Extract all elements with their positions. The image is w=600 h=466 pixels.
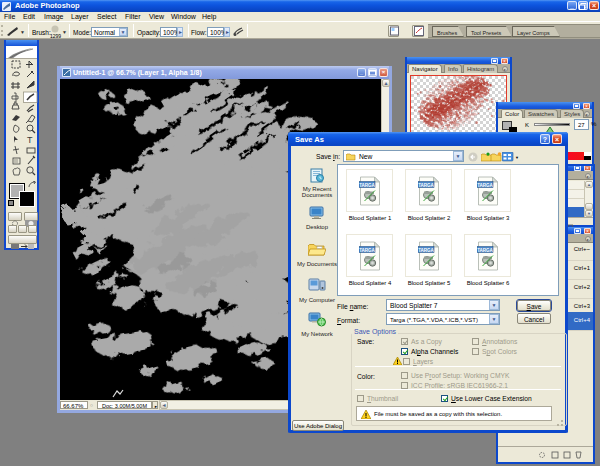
svg-text:TARGA: TARGA	[477, 248, 493, 253]
svg-text:TARGA: TARGA	[418, 248, 434, 253]
svg-text:TARGA: TARGA	[418, 183, 434, 188]
svg-text:T: T	[27, 135, 33, 145]
svg-text:TARGA: TARGA	[359, 183, 375, 188]
svg-text:TARGA: TARGA	[359, 248, 375, 253]
svg-text:TARGA: TARGA	[477, 183, 493, 188]
